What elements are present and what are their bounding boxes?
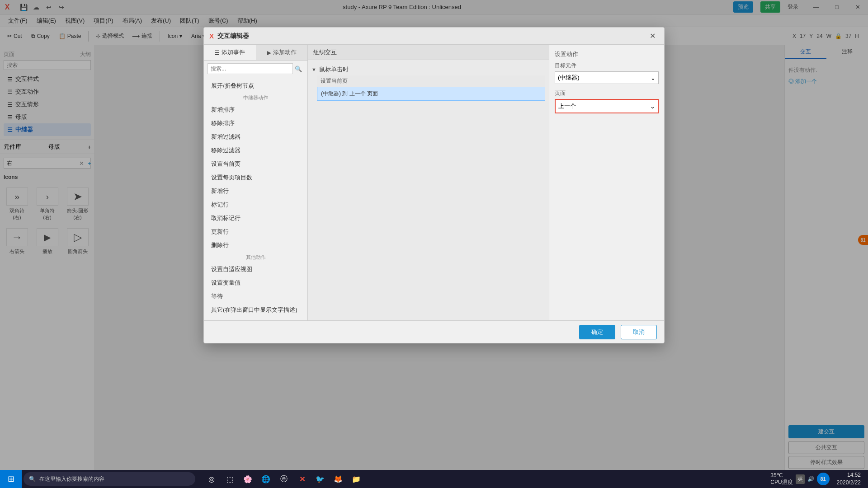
event-section: ▼ 鼠标单击时 设置当前页 (中继器) 到 上一个 页面 bbox=[311, 64, 545, 101]
modal-title: 交互编辑器 bbox=[217, 32, 646, 40]
taskbar-search-icon: 🔍 bbox=[29, 476, 36, 482]
modal-body: ☰ 添加事件 ▶ 添加动作 🔍 展开/折叠树节点 中继器动作 bbox=[204, 45, 664, 320]
action-set-items-per-page[interactable]: 设置每页项目数 bbox=[204, 171, 307, 184]
taskbar-icon-bird[interactable]: 🐦 bbox=[313, 472, 327, 486]
modal-middle-header: 组织交互 bbox=[308, 45, 549, 60]
taskbar-icon-fox[interactable]: 🦊 bbox=[331, 472, 345, 486]
section-repeater-actions: 中继器动作 bbox=[204, 93, 307, 103]
start-button[interactable]: ⊞ bbox=[0, 470, 22, 488]
modal-search-icon: 🔍 bbox=[293, 63, 304, 74]
action-set-adaptive-view[interactable]: 设置自适应视图 bbox=[204, 263, 307, 276]
modal-actions-list: 展开/折叠树节点 中继器动作 新增排序 移除排序 新增过滤器 移除过滤器 设置当… bbox=[204, 77, 307, 320]
action-set-current-page[interactable]: 设置当前页 bbox=[204, 157, 307, 171]
action-add-row[interactable]: 新增行 bbox=[204, 184, 307, 198]
modal-right-panel: 设置动作 目标元件 (中继器) ⌄ 页面 上一个 ⌄ bbox=[549, 45, 664, 320]
taskbar-notify-badge[interactable]: 81 bbox=[817, 473, 830, 485]
action-play-icon: ▶ bbox=[267, 49, 271, 56]
page-label: 页面 bbox=[555, 89, 659, 97]
confirm-button[interactable]: 确定 bbox=[579, 325, 615, 339]
interaction-editor-modal: X 交互编辑器 ✕ ☰ 添加事件 ▶ 添加动作 bbox=[203, 27, 665, 343]
modal-close-button[interactable]: ✕ bbox=[646, 30, 659, 42]
event-arrow-icon: ▼ bbox=[311, 67, 316, 72]
taskbar-icon-ie[interactable]: ⓔ bbox=[277, 472, 291, 486]
taskbar-icon-browser1[interactable]: 🌸 bbox=[241, 472, 255, 486]
action-other[interactable]: 其它(在弹出窗口中显示文字描述) bbox=[204, 303, 307, 317]
taskbar-temp: 35℃ CPU温度 bbox=[770, 472, 793, 486]
modal-logo: X bbox=[209, 32, 214, 40]
action-remove-filter[interactable]: 移除过滤器 bbox=[204, 144, 307, 157]
taskbar-icon-taskview[interactable]: ⬚ bbox=[222, 472, 237, 486]
modal-search-input[interactable] bbox=[208, 63, 293, 74]
modal-header: X 交互编辑器 ✕ bbox=[204, 28, 664, 45]
taskbar-clock: 14:52 2020/2/22 bbox=[837, 471, 861, 487]
action-mark-row[interactable]: 标记行 bbox=[204, 198, 307, 211]
taskbar-icon-cortana[interactable]: ◎ bbox=[204, 472, 219, 486]
chevron-down-icon-page: ⌄ bbox=[650, 103, 655, 110]
modal-search: 🔍 bbox=[204, 61, 307, 77]
modal-middle-content: ▼ 鼠标单击时 设置当前页 (中继器) 到 上一个 页面 bbox=[308, 60, 549, 320]
target-component-label: 目标元件 bbox=[555, 62, 659, 70]
action-unmark-row[interactable]: 取消标记行 bbox=[204, 211, 307, 225]
cancel-button[interactable]: 取消 bbox=[621, 325, 657, 339]
action-trigger-event[interactable]: 触发事件 bbox=[204, 317, 307, 320]
modal-tab-add-action[interactable]: ▶ 添加动作 bbox=[256, 45, 308, 60]
action-remove-sort[interactable]: 移除排序 bbox=[204, 117, 307, 130]
modal-middle-panel: 组织交互 ▼ 鼠标单击时 设置当前页 (中继器) 到 上一个 页面 bbox=[308, 45, 549, 320]
event-icon: ☰ bbox=[214, 49, 220, 56]
action-wait[interactable]: 等待 bbox=[204, 290, 307, 303]
taskbar-search: 🔍 在这里输入你要搜索的内容 bbox=[24, 472, 195, 486]
taskbar-audio-icon[interactable]: 🔊 bbox=[807, 476, 814, 482]
modal-right-title: 设置动作 bbox=[555, 50, 659, 58]
modal-footer: 确定 取消 bbox=[204, 320, 664, 343]
action-subtitle: 设置当前页 bbox=[317, 75, 545, 87]
modal-overlay: X 交互编辑器 ✕ ☰ 添加事件 ▶ 添加动作 bbox=[0, 0, 868, 488]
taskbar-lang[interactable]: 英 bbox=[796, 474, 805, 484]
action-entry-selected[interactable]: (中继器) 到 上一个 页面 bbox=[317, 87, 545, 101]
action-delete-row[interactable]: 删除行 bbox=[204, 239, 307, 252]
target-component-select[interactable]: (中继器) ⌄ bbox=[555, 71, 659, 84]
action-update-row[interactable]: 更新行 bbox=[204, 225, 307, 239]
page-select[interactable]: 上一个 ⌄ bbox=[555, 99, 659, 113]
action-new-sort[interactable]: 新增排序 bbox=[204, 103, 307, 117]
action-expand-collapse[interactable]: 展开/折叠树节点 bbox=[204, 79, 307, 93]
taskbar-icon-folder[interactable]: 📁 bbox=[349, 472, 363, 486]
chevron-down-icon-target: ⌄ bbox=[651, 75, 656, 81]
taskbar-sys: 35℃ CPU温度 英 🔊 81 bbox=[770, 472, 829, 486]
taskbar-app-icons: ◎ ⬚ 🌸 🌐 ⓔ ✕ 🐦 🦊 📁 bbox=[197, 472, 371, 486]
action-add-filter[interactable]: 新增过滤器 bbox=[204, 130, 307, 144]
taskbar-icon-axure[interactable]: ✕ bbox=[295, 472, 309, 486]
section-other-actions: 其他动作 bbox=[204, 252, 307, 263]
modal-tab-add-event[interactable]: ☰ 添加事件 bbox=[204, 45, 256, 60]
modal-tabs: ☰ 添加事件 ▶ 添加动作 bbox=[204, 45, 307, 61]
modal-left-panel: ☰ 添加事件 ▶ 添加动作 🔍 展开/折叠树节点 中继器动作 bbox=[204, 45, 308, 320]
taskbar-icon-browser2[interactable]: 🌐 bbox=[259, 472, 273, 486]
taskbar-right: 35℃ CPU温度 英 🔊 81 14:52 2020/2/22 bbox=[770, 471, 868, 487]
event-title: ▼ 鼠标单击时 bbox=[311, 64, 545, 75]
action-set-variable[interactable]: 设置变量值 bbox=[204, 276, 307, 290]
taskbar: ⊞ 🔍 在这里输入你要搜索的内容 ◎ ⬚ 🌸 🌐 ⓔ ✕ 🐦 🦊 📁 35℃ C… bbox=[0, 470, 868, 488]
